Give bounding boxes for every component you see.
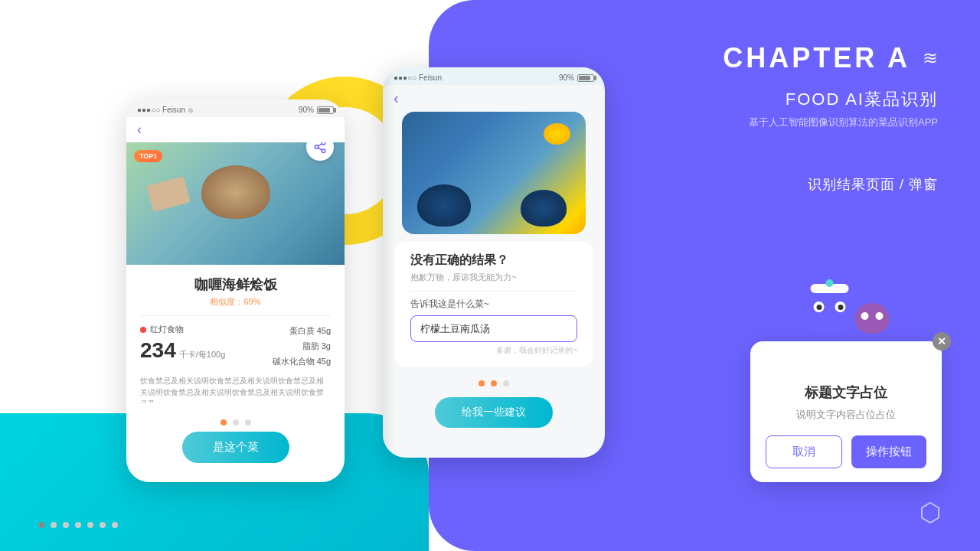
feedback-hint: 多谢，我会好好记录的~ — [410, 345, 577, 356]
food-image-1: TOP1 — [126, 142, 345, 265]
fat-label: 脂肪 — [302, 341, 319, 350]
page-dot-5[interactable] — [87, 522, 93, 528]
carrier-2: ●●●○○ Feisun — [394, 73, 442, 82]
page-dot-6[interactable] — [100, 522, 106, 528]
food-bowl-decoration — [201, 165, 270, 219]
svg-line-3 — [318, 148, 322, 150]
battery-fill-1 — [318, 108, 330, 112]
fat-row: 脂肪 3g — [273, 339, 331, 354]
monster-mini-eye-right — [876, 312, 884, 320]
monster-headband — [811, 284, 849, 293]
feedback-divider — [410, 291, 577, 292]
monster-eye-right — [835, 302, 846, 312]
red-dot-indicator — [140, 327, 146, 333]
battery-bar-1 — [317, 106, 334, 114]
page-dot-indicators — [38, 522, 118, 528]
feedback-section: 没有正确的结果？ 抱歉万物，原谅我无能为力~ 告诉我这是什么菜~ 多谢，我会好好… — [395, 242, 593, 367]
food-type-label: 红灯食物 — [150, 324, 184, 335]
phone2-dots — [383, 374, 605, 393]
svg-point-0 — [322, 142, 325, 145]
hexagon-icon — [919, 501, 942, 524]
svg-line-4 — [318, 144, 322, 146]
status-right-2: 90% — [559, 73, 594, 82]
food-image-2-bg — [402, 112, 586, 234]
calorie-unit: 千卡/每100g — [179, 349, 226, 360]
p2-dot-3 — [503, 380, 509, 386]
monster-pupil-left — [817, 305, 822, 310]
dialog-action-button[interactable]: 操作按钮 — [851, 435, 926, 468]
feedback-label: 告诉我这是什么菜~ — [410, 298, 577, 311]
feedback-subtitle: 抱歉万物，原谅我无能为力~ — [410, 272, 577, 283]
dialog-description: 说明文字内容占位占位 — [766, 408, 926, 422]
dish-name: 咖喱海鲜烩饭 — [140, 276, 331, 294]
protein-val: 45g — [317, 326, 331, 335]
nutrition-right: 蛋白质 45g 脂肪 3g 碳水化合物 45g — [273, 324, 331, 369]
dialog-modal: ✕ 标题文字占位 说明文字内容占位占位 取消 操作按钮 — [750, 341, 942, 482]
top1-badge: TOP1 — [134, 150, 162, 162]
phone-mockup-2: ●●●○○ Feisun 90% ‹ 没有正确的结果？ 抱歉万物，原谅我无能为力… — [383, 67, 605, 458]
page-dot-2[interactable] — [51, 522, 57, 528]
monster-illustration — [803, 288, 890, 334]
back-button-1[interactable]: ‹ — [126, 117, 345, 142]
nutrition-row: 红灯食物 234 千卡/每100g 蛋白质 45g 脂肪 3g 碳水化合物 — [140, 324, 331, 369]
similarity-text: 相似度：69% — [140, 296, 331, 308]
protein-label: 蛋白质 — [289, 326, 315, 335]
hex-icon — [919, 501, 942, 530]
page-dot-7[interactable] — [112, 522, 118, 528]
protein-row: 蛋白质 45g — [273, 324, 331, 339]
page-dot-4[interactable] — [75, 522, 81, 528]
food-type-row: 红灯食物 — [140, 324, 225, 335]
cracker-decoration — [146, 176, 190, 212]
status-bar-2: ●●●○○ Feisun 90% — [383, 67, 605, 85]
page-dot-1[interactable] — [38, 522, 44, 528]
svg-point-1 — [315, 145, 318, 149]
food-image-2 — [402, 112, 586, 234]
lemon-decoration — [544, 123, 570, 145]
battery-pct-1: 90% — [299, 106, 314, 114]
nutrition-left: 红灯食物 234 千卡/每100g — [140, 324, 225, 363]
monster-main — [803, 288, 857, 334]
carb-val: 45g — [317, 357, 331, 366]
phone1-dot-2 — [233, 419, 239, 425]
monster-eye-left — [814, 302, 825, 312]
status-left-2: ●●●○○ Feisun — [394, 73, 442, 82]
battery-fill-2 — [579, 76, 590, 80]
dialog-cancel-button[interactable]: 取消 — [766, 435, 842, 468]
bowl-2-decoration — [417, 184, 471, 227]
dialog-title: 标题文字占位 — [766, 383, 926, 402]
fat-val: 3g — [322, 341, 331, 350]
phone1-dot-3 — [245, 419, 251, 425]
food-image-bg-1: TOP1 — [126, 142, 345, 265]
carrier-1: ●●●○○ Feisun — [137, 106, 185, 114]
bowl-3-decoration — [521, 190, 567, 227]
battery-pct-2: 90% — [559, 73, 574, 82]
svg-marker-5 — [922, 503, 939, 523]
p2-dot-1 — [479, 380, 485, 386]
status-left-1: ●●●○○ Feisun ⌾ — [137, 106, 193, 114]
calories-row: 234 千卡/每100g — [140, 338, 225, 363]
monster-headband-dot — [826, 279, 834, 287]
confirm-button[interactable]: 是这个菜 — [182, 432, 289, 463]
dialog-body: 标题文字占位 说明文字内容占位占位 取消 操作按钮 — [750, 341, 942, 482]
dialog-buttons: 取消 操作按钮 — [766, 435, 926, 468]
calorie-number: 234 — [140, 338, 176, 363]
chapter-title: CHAPTER A — [723, 42, 910, 74]
feedback-title: 没有正确的结果？ — [410, 253, 577, 269]
share-icon — [313, 142, 327, 154]
phone-mockup-1: ●●●○○ Feisun ⌾ 90% ‹ TOP1 咖喱海鲜 — [126, 99, 345, 482]
dialog-close-button[interactable]: ✕ — [933, 332, 951, 350]
monster-mini-eye-left — [861, 312, 869, 320]
divider-1 — [140, 315, 331, 316]
phone1-dots — [126, 412, 345, 432]
page-dot-3[interactable] — [63, 522, 69, 528]
back-button-2[interactable]: ‹ — [383, 85, 605, 112]
monster-pupil-right — [838, 305, 844, 310]
status-right-1: 90% — [299, 106, 334, 114]
phone1-dot-1 — [220, 419, 227, 425]
wifi-icon-1: ⌾ — [188, 106, 193, 114]
battery-bar-2 — [577, 74, 594, 82]
feedback-input[interactable] — [410, 315, 577, 342]
suggest-button[interactable]: 给我一些建议 — [435, 397, 553, 428]
carb-label: 碳水化合物 — [273, 357, 315, 366]
status-bar-1: ●●●○○ Feisun ⌾ 90% — [126, 99, 345, 117]
